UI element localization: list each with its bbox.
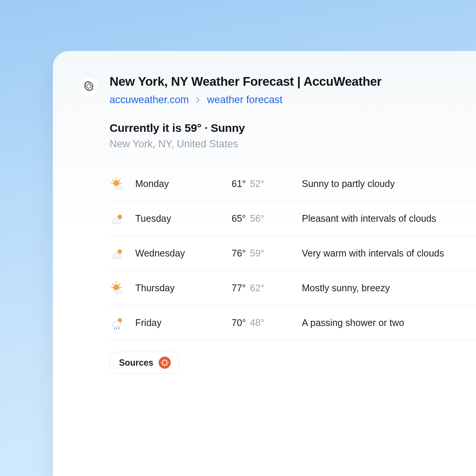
forecast-desc: A passing shower or two: [302, 317, 476, 328]
forecast-day: Thursday: [135, 283, 232, 294]
openai-logo-icon: [82, 80, 95, 94]
forecast-temp-lo: 48°: [250, 317, 264, 328]
forecast-temps: 76° 59°: [232, 248, 302, 259]
forecast-temp-hi: 70°: [232, 317, 246, 328]
svg-line-17: [116, 328, 117, 329]
svg-line-13: [119, 284, 120, 285]
body-content: Currently it is 59° · Sunny New York, NY…: [110, 122, 476, 374]
forecast-row[interactable]: Thursday 77° 62° Mostly sunny, breezy: [110, 271, 476, 306]
breadcrumb[interactable]: accuweather.com weather forecast: [110, 94, 476, 106]
forecast-temp-hi: 76°: [232, 248, 246, 258]
breadcrumb-domain[interactable]: accuweather.com: [110, 94, 189, 106]
forecast-temps: 65° 56°: [232, 213, 302, 224]
svg-line-27: [167, 360, 167, 360]
forecast-desc: Sunny to partly cloudy: [302, 178, 476, 189]
svg-line-5: [119, 179, 120, 181]
svg-line-25: [167, 365, 167, 365]
forecast-desc: Mostly sunny, breezy: [302, 283, 476, 294]
header-text: New York, NY Weather Forecast | AccuWeat…: [110, 74, 476, 122]
forecast-desc: Very warm with intervals of clouds: [302, 248, 476, 259]
forecast-day: Tuesday: [135, 213, 232, 224]
forecast-temp-hi: 77°: [232, 283, 246, 293]
svg-line-12: [113, 284, 114, 285]
forecast-desc: Pleasant with intervals of clouds: [302, 213, 476, 224]
svg-point-19: [162, 360, 167, 365]
forecast-temp-lo: 52°: [250, 178, 264, 189]
svg-marker-0: [87, 84, 91, 88]
sun-cloud-icon: [110, 176, 135, 192]
forecast-temp-hi: 61°: [232, 178, 246, 189]
forecast-day: Wednesday: [135, 248, 232, 259]
breadcrumb-section[interactable]: weather forecast: [207, 94, 283, 106]
forecast-temp-hi: 65°: [232, 213, 246, 224]
assistant-avatar: [79, 77, 99, 97]
forecast-temp-lo: 59°: [250, 248, 264, 258]
cloud-sun-icon: [110, 211, 135, 226]
forecast-row[interactable]: Monday 61° 52° Sunny to partly cloudy: [110, 167, 476, 201]
current-conditions: Currently it is 59° · Sunny: [110, 122, 476, 134]
svg-line-16: [114, 328, 115, 329]
cloud-sun-icon: [110, 246, 135, 261]
chevron-right-icon: [196, 97, 200, 104]
svg-line-24: [162, 360, 162, 360]
page-title: New York, NY Weather Forecast | AccuWeat…: [110, 74, 476, 89]
svg-line-26: [162, 365, 162, 365]
sources-label: Sources: [119, 358, 153, 368]
forecast-day: Friday: [135, 317, 232, 328]
forecast-list: Monday 61° 52° Sunny to partly cloudy Tu…: [110, 167, 476, 340]
svg-line-18: [119, 328, 119, 329]
weather-card: New York, NY Weather Forecast | AccuWeat…: [53, 51, 476, 476]
svg-line-4: [113, 179, 114, 181]
forecast-row[interactable]: Tuesday 65° 56° Pleasant with intervals …: [110, 201, 476, 236]
forecast-temp-lo: 56°: [250, 213, 264, 224]
forecast-row[interactable]: Friday 70° 48° A passing shower or two: [110, 306, 476, 340]
current-location: New York, NY, United States: [110, 138, 476, 150]
header-row: New York, NY Weather Forecast | AccuWeat…: [79, 74, 476, 122]
forecast-row[interactable]: Wednesday 76° 59° Very warm with interva…: [110, 236, 476, 271]
forecast-temp-lo: 62°: [250, 283, 264, 293]
sun-cloud-icon: [110, 281, 135, 296]
cloud-rain-icon: [110, 315, 135, 331]
forecast-day: Monday: [135, 178, 232, 189]
sources-button[interactable]: Sources: [110, 352, 179, 374]
forecast-temps: 61° 52°: [232, 178, 302, 189]
forecast-temps: 77° 62°: [232, 283, 302, 294]
accuweather-source-icon: [159, 357, 171, 369]
forecast-temps: 70° 48°: [232, 317, 302, 328]
